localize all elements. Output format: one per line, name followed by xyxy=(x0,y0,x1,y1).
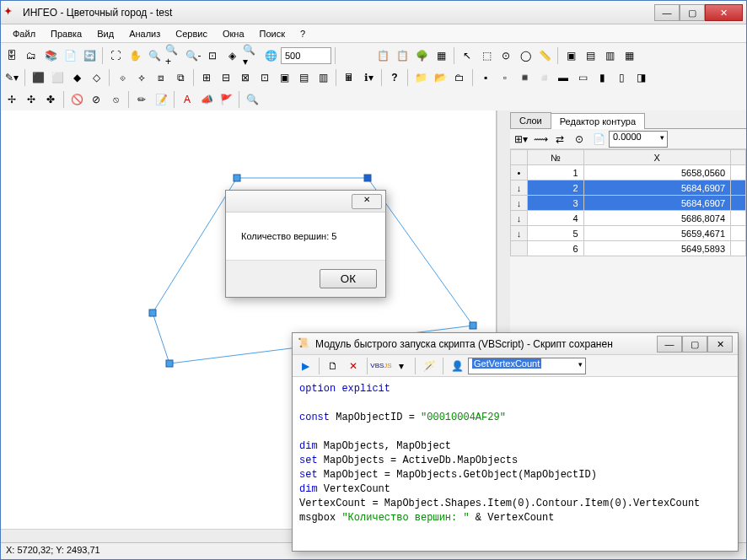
tool-zoom-in-icon[interactable]: 🔍+ xyxy=(164,46,183,65)
tool-flag-icon[interactable]: 🚩 xyxy=(217,90,235,109)
tool-stack-icon[interactable]: 📚 xyxy=(41,46,60,65)
tool-g9-icon[interactable]: ◨ xyxy=(631,68,650,87)
tab-contour-editor[interactable]: Редактор контура xyxy=(551,113,645,129)
script-minimize-button[interactable]: — xyxy=(657,336,682,353)
menu-windows[interactable]: Окна xyxy=(216,27,251,40)
tool-pan-icon[interactable]: ✋ xyxy=(126,46,144,65)
tool-topo1-icon[interactable]: ⊞ xyxy=(197,68,216,87)
tool-grid-icon[interactable]: ▦ xyxy=(432,46,450,65)
tool-topo7-icon[interactable]: ▥ xyxy=(314,68,332,87)
tool-mode2-icon[interactable]: ⟡ xyxy=(132,68,151,87)
menu-edit[interactable]: Правка xyxy=(44,27,89,40)
tool-info-down-icon[interactable]: ℹ▾ xyxy=(359,68,378,87)
tool-calc-icon[interactable]: 🖩 xyxy=(340,68,358,87)
minimize-button[interactable]: — xyxy=(654,4,680,21)
tool-zoom-rect-icon[interactable]: ⛶ xyxy=(106,46,125,65)
tool-refresh-icon[interactable]: 🔄 xyxy=(80,46,99,65)
tool-globe-icon[interactable]: 🌐 xyxy=(261,46,280,65)
tool-announce-icon[interactable]: 📣 xyxy=(197,90,216,109)
tool-measure-icon[interactable]: 📏 xyxy=(535,46,554,65)
tool-object3-icon[interactable]: ◆ xyxy=(67,68,86,87)
tab-layers[interactable]: Слои xyxy=(510,112,551,128)
tool-help-icon[interactable]: ? xyxy=(385,68,404,87)
tool-no3-icon[interactable]: ⍉ xyxy=(106,90,125,109)
menu-view[interactable]: Вид xyxy=(90,27,121,40)
tool-g5-icon[interactable]: ▬ xyxy=(554,68,572,87)
tool-topo6-icon[interactable]: ▤ xyxy=(294,68,313,87)
tool-doc-icon[interactable]: 📄 xyxy=(61,46,79,65)
tool-paste-icon[interactable]: 📋 xyxy=(393,46,411,65)
tool-pointer-icon[interactable]: ↖ xyxy=(458,46,476,65)
menu-service[interactable]: Сервис xyxy=(169,27,214,40)
tool-g6-icon[interactable]: ▭ xyxy=(573,68,592,87)
ok-button[interactable]: ОК xyxy=(320,269,377,288)
precision-combo[interactable]: 0.0000 xyxy=(609,131,668,148)
script-close-button[interactable]: ✕ xyxy=(707,336,733,353)
menu-file[interactable]: Файл xyxy=(6,27,42,40)
tool-g4-icon[interactable]: ◽ xyxy=(535,68,553,87)
ct-grid-icon[interactable]: ⊞▾ xyxy=(512,130,530,148)
tool-topo2-icon[interactable]: ⊟ xyxy=(217,68,235,87)
tool-a-icon[interactable]: A xyxy=(178,90,196,109)
ct-arrows-icon[interactable]: ⇄ xyxy=(551,130,569,148)
script-maximize-button[interactable]: ▢ xyxy=(682,336,707,353)
tool-sprkt2-icon[interactable]: ✣ xyxy=(22,90,40,109)
tool-fld2-icon[interactable]: 📂 xyxy=(431,68,449,87)
table-row[interactable]: 6 5649,5893 xyxy=(511,241,746,256)
tool-fld3-icon[interactable]: 🗀 xyxy=(450,68,469,87)
tool-topo5-icon[interactable]: ▣ xyxy=(275,68,293,87)
tool-g3-icon[interactable]: ◾ xyxy=(515,68,534,87)
tool-g7-icon[interactable]: ▮ xyxy=(593,68,611,87)
tool-no2-icon[interactable]: ⊘ xyxy=(87,90,105,109)
tool-mode3-icon[interactable]: ⧈ xyxy=(152,68,170,87)
messagebox-close-button[interactable]: ✕ xyxy=(352,194,382,209)
run-icon[interactable]: ▶ xyxy=(296,357,314,375)
tool-no1-icon[interactable]: 🚫 xyxy=(67,90,86,109)
delete-icon[interactable]: ✕ xyxy=(344,357,363,375)
table-row[interactable]: • 1 5658,0560 xyxy=(511,165,746,180)
tool-layer3-icon[interactable]: ▥ xyxy=(600,46,619,65)
tool-sprkt3-icon[interactable]: ✤ xyxy=(41,90,60,109)
tool-mode1-icon[interactable]: ⟐ xyxy=(113,68,132,87)
tool-topo4-icon[interactable]: ⊡ xyxy=(255,68,274,87)
tool-db-icon[interactable]: 🗄 xyxy=(3,46,21,65)
new-icon[interactable]: 🗋 xyxy=(324,357,342,375)
table-row[interactable]: ↓ 3 5684,6907 xyxy=(511,196,746,211)
tool-mode4-icon[interactable]: ⧉ xyxy=(171,68,190,87)
maximize-button[interactable]: ▢ xyxy=(680,4,705,21)
script-name-combo[interactable]: GetVertexCount xyxy=(468,358,586,374)
tool-fld1-icon[interactable]: 📁 xyxy=(411,68,430,87)
tool-layers-icon[interactable]: 🗂 xyxy=(22,46,40,65)
tool-create-icon[interactable]: ✎▾ xyxy=(3,68,21,87)
tool-zoom-dropdown-icon[interactable]: 🔍▾ xyxy=(242,46,261,65)
ct-node-icon[interactable]: ⊙ xyxy=(570,130,588,148)
tool-object1-icon[interactable]: ⬛ xyxy=(29,68,47,87)
menu-analysis[interactable]: Анализ xyxy=(122,27,167,40)
tool-selrect-icon[interactable]: ⬚ xyxy=(477,46,496,65)
tool-edit2-icon[interactable]: 📝 xyxy=(152,90,170,109)
ct-doc-icon[interactable]: 📄 xyxy=(589,130,608,148)
tool-sellasso-icon[interactable]: ◯ xyxy=(516,46,535,65)
tool-g2-icon[interactable]: ▫ xyxy=(496,68,514,87)
tool-zoom-sel-icon[interactable]: ◈ xyxy=(223,46,241,65)
table-row[interactable]: ↓ 2 5684,6907 xyxy=(511,180,746,196)
tool-copy-icon[interactable]: 📋 xyxy=(374,46,392,65)
menu-help-icon[interactable]: ? xyxy=(293,27,312,40)
dropdown-icon[interactable]: ▾ xyxy=(392,357,411,375)
tool-object2-icon[interactable]: ⬜ xyxy=(48,68,67,87)
zoom-input[interactable] xyxy=(281,47,331,64)
tool-topo3-icon[interactable]: ⊠ xyxy=(236,68,255,87)
tool-zoom-fit-icon[interactable]: ⊡ xyxy=(203,46,222,65)
tool-search-icon[interactable]: 🔍 xyxy=(243,90,261,109)
tool-layer4-icon[interactable]: ▦ xyxy=(620,46,638,65)
tool-object4-icon[interactable]: ◇ xyxy=(87,68,105,87)
menu-search[interactable]: Поиск xyxy=(253,27,292,40)
tool-tree-icon[interactable]: 🌳 xyxy=(412,46,431,65)
tool-layer2-icon[interactable]: ▤ xyxy=(581,46,599,65)
ct-zigzag-icon[interactable]: ⟿ xyxy=(531,130,550,148)
tool-selpoint-icon[interactable]: ⊙ xyxy=(497,46,515,65)
table-row[interactable]: ↓ 5 5659,4671 xyxy=(511,226,746,241)
tool-zoom-icon[interactable]: 🔍 xyxy=(145,46,164,65)
tool-zoom-out-icon[interactable]: 🔍- xyxy=(184,46,202,65)
tool-layer1-icon[interactable]: ▣ xyxy=(562,46,580,65)
